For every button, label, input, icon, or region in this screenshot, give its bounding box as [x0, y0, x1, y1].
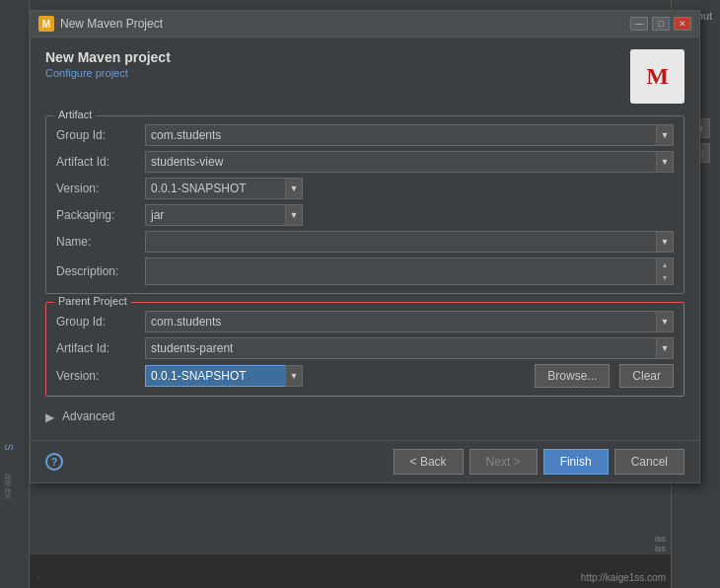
- group-id-label: Group Id:: [56, 128, 145, 142]
- artifact-version-label: Version:: [56, 182, 145, 195]
- parent-group-id-row: Group Id: com.students ▼: [56, 311, 674, 332]
- packaging-value[interactable]: jar: [145, 204, 285, 226]
- parent-artifact-id-value[interactable]: students-parent: [145, 337, 656, 359]
- description-scroll-arrows[interactable]: ▲ ▼: [656, 257, 674, 285]
- ide-left-label1: S: [3, 444, 14, 451]
- artifact-section: Artifact Group Id: com.students ▼ Artifa…: [45, 115, 684, 294]
- chevron-right-icon: ▶: [45, 410, 57, 422]
- artifact-version-value[interactable]: 0.0.1-SNAPSHOT: [145, 178, 285, 199]
- artifact-id-value[interactable]: students-view: [145, 151, 656, 173]
- parent-artifact-id-label: Artifact Id:: [56, 341, 145, 355]
- parent-artifact-id-wrap: students-parent ▼: [145, 337, 674, 359]
- parent-artifact-id-row: Artifact Id: students-parent ▼: [56, 337, 674, 359]
- artifact-id-label: Artifact Id:: [56, 155, 145, 169]
- description-label: Description:: [56, 264, 145, 278]
- parent-group-id-arrow[interactable]: ▼: [656, 311, 674, 332]
- packaging-label: Packaging:: [56, 208, 145, 222]
- description-wrap: ▲ ▼: [145, 257, 674, 285]
- parent-version-arrow[interactable]: ▼: [285, 365, 303, 387]
- dialog-body: New Maven project Configure project M Ar…: [31, 37, 699, 440]
- parent-section-title: Parent Project: [54, 295, 131, 307]
- parent-version-row: Version: 0.0.1-SNAPSHOT ▼ Browse... Clea…: [56, 364, 674, 388]
- packaging-wrap: jar ▼: [145, 204, 303, 226]
- watermark: http://kaige1ss.com: [581, 572, 666, 583]
- dialog-header: New Maven project Configure project M: [45, 49, 684, 104]
- maximize-button[interactable]: □: [652, 17, 670, 31]
- parent-version-label: Version:: [56, 369, 145, 383]
- group-id-row: Group Id: com.students ▼: [56, 124, 674, 146]
- finish-button[interactable]: Finish: [543, 449, 609, 475]
- advanced-label: Advanced: [62, 409, 114, 423]
- bottom-right-labels: iss iss: [655, 534, 666, 553]
- dialog-footer: ? < Back Next > Finish Cancel: [31, 440, 699, 482]
- scroll-up-icon: ▲: [662, 261, 669, 268]
- back-button[interactable]: < Back: [394, 449, 464, 475]
- artifact-section-title: Artifact: [54, 109, 96, 120]
- help-button[interactable]: ?: [45, 453, 63, 471]
- ide-left-panel: S aw.ex: [0, 0, 30, 588]
- parent-version-value[interactable]: 0.0.1-SNAPSHOT: [145, 365, 285, 387]
- footer-left: ?: [45, 453, 63, 471]
- artifact-id-row: Artifact Id: students-view ▼: [56, 151, 674, 173]
- group-id-value[interactable]: com.students: [145, 124, 656, 146]
- title-bar-left: M New Maven Project: [38, 16, 163, 32]
- name-select-wrap: ▼: [145, 231, 674, 253]
- dialog-title: New Maven Project: [60, 17, 163, 31]
- maven-logo: M: [630, 49, 684, 104]
- parent-version-wrap: 0.0.1-SNAPSHOT ▼ Browse... Clear: [145, 364, 674, 388]
- advanced-row[interactable]: ▶ Advanced: [45, 404, 684, 428]
- artifact-version-arrow[interactable]: ▼: [285, 178, 303, 199]
- dialog-window: M New Maven Project — □ ✕ New Maven proj…: [30, 10, 700, 483]
- name-arrow[interactable]: ▼: [656, 231, 674, 253]
- ide-bottom-text: .: [37, 569, 40, 580]
- next-button[interactable]: Next >: [469, 449, 538, 475]
- minimize-button[interactable]: —: [630, 17, 648, 31]
- browse-button[interactable]: Browse...: [535, 364, 610, 388]
- artifact-version-row: Version: 0.0.1-SNAPSHOT ▼: [56, 178, 674, 199]
- parent-group-id-label: Group Id:: [56, 315, 145, 329]
- name-label: Name:: [56, 235, 145, 249]
- parent-version-select-wrap: 0.0.1-SNAPSHOT ▼: [145, 365, 303, 387]
- scroll-down-icon: ▼: [662, 274, 669, 281]
- name-row: Name: ▼: [56, 231, 674, 253]
- group-id-select-wrap: com.students ▼: [145, 124, 674, 146]
- packaging-row: Packaging: jar ▼: [56, 204, 674, 226]
- ide-bottom-bar: .: [30, 553, 671, 588]
- footer-buttons: < Back Next > Finish Cancel: [394, 449, 684, 475]
- title-bar: M New Maven Project — □ ✕: [31, 11, 699, 37]
- parent-section: Parent Project Group Id: com.students ▼ …: [45, 302, 684, 397]
- name-input[interactable]: [145, 231, 656, 253]
- parent-artifact-id-arrow[interactable]: ▼: [656, 337, 674, 359]
- dialog-title-area: New Maven project Configure project: [45, 49, 171, 79]
- configure-link[interactable]: Configure project: [45, 67, 171, 79]
- artifact-version-wrap: 0.0.1-SNAPSHOT ▼: [145, 178, 303, 199]
- group-id-arrow[interactable]: ▼: [656, 124, 674, 146]
- dialog-icon: M: [38, 16, 54, 32]
- ide-left-label2: aw.ex: [3, 474, 14, 499]
- clear-button[interactable]: Clear: [619, 364, 674, 388]
- parent-group-id-value[interactable]: com.students: [145, 311, 656, 332]
- packaging-arrow[interactable]: ▼: [285, 204, 303, 226]
- artifact-id-select-wrap: students-view ▼: [145, 151, 674, 173]
- cancel-button[interactable]: Cancel: [614, 449, 684, 475]
- artifact-id-arrow[interactable]: ▼: [656, 151, 674, 173]
- dialog-main-title: New Maven project: [45, 49, 171, 65]
- parent-group-id-wrap: com.students ▼: [145, 311, 674, 332]
- title-buttons: — □ ✕: [630, 17, 691, 31]
- close-button[interactable]: ✕: [674, 17, 691, 31]
- description-row: Description: ▲ ▼: [56, 257, 674, 285]
- description-input[interactable]: [145, 257, 656, 285]
